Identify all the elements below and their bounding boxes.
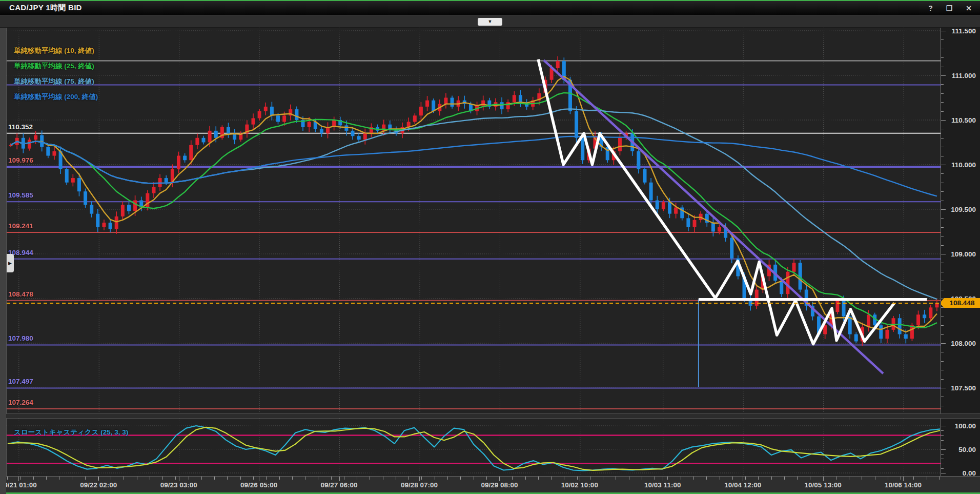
axis-tick xyxy=(941,75,946,76)
legend-item-sma-10: 単純移動平均線 (10, 終値) xyxy=(14,43,98,58)
axis-tick xyxy=(941,352,944,352)
price-chart-panel[interactable]: 単純移動平均線 (10, 終値)単純移動平均線 (25, 終値)単純移動平均線 … xyxy=(6,28,941,413)
axis-tick xyxy=(941,31,946,31)
axis-tick xyxy=(941,84,944,85)
stochastic-axis[interactable]: 100.0050.000.00 xyxy=(941,419,980,476)
stochastic-axis-label: 100.00 xyxy=(955,422,976,430)
time-tick xyxy=(253,477,254,480)
title-bar[interactable]: CAD/JPY 1時間 BID ? ❐ ✕ xyxy=(0,0,980,15)
panel-expand-handle[interactable]: ▶ xyxy=(6,254,14,272)
time-tick xyxy=(175,477,176,480)
time-tick xyxy=(85,477,86,480)
chart-window: CAD/JPY 1時間 BID ? ❐ ✕ ▼ 単純移動平均線 (10, 終値)… xyxy=(0,0,980,494)
time-axis-label: 09/28 07:00 xyxy=(401,481,438,489)
time-tick xyxy=(486,477,487,480)
time-tick xyxy=(667,477,668,480)
time-tick xyxy=(318,477,318,480)
time-tick xyxy=(758,477,759,480)
toolbar-strip: ▼ xyxy=(0,15,980,28)
axis-corner xyxy=(941,476,980,494)
time-tick xyxy=(474,477,474,480)
toolbar-collapse-button[interactable]: ▼ xyxy=(478,18,502,26)
time-tick xyxy=(137,477,137,480)
time-tick xyxy=(20,477,21,480)
time-tick xyxy=(240,477,241,480)
time-tick xyxy=(7,477,8,480)
axis-tick xyxy=(941,93,944,94)
time-tick-major xyxy=(18,477,19,481)
price-line-label: 109.241 xyxy=(8,222,33,230)
time-tick-major xyxy=(499,477,500,481)
price-axis-label: 110.000 xyxy=(951,161,976,168)
axis-tick xyxy=(941,473,946,473)
price-line-label: 109.585 xyxy=(8,191,33,199)
legend-item-sma-200: 単純移動平均線 (200, 終値) xyxy=(14,89,98,105)
axis-tick xyxy=(941,245,944,246)
time-tick-major xyxy=(580,477,580,481)
axis-tick xyxy=(941,102,944,103)
time-axis-label: 10/03 11:00 xyxy=(644,481,681,489)
axis-tick xyxy=(941,379,944,380)
time-tick xyxy=(409,477,409,480)
time-tick xyxy=(681,477,681,480)
axis-tick xyxy=(941,430,944,431)
time-tick xyxy=(370,477,370,480)
price-axis[interactable]: 111.500111.000110.500110.000109.500109.0… xyxy=(941,28,980,413)
axis-tick xyxy=(941,334,944,335)
axis-tick xyxy=(941,165,946,165)
time-tick xyxy=(279,477,280,480)
time-tick xyxy=(150,477,150,480)
axis-tick xyxy=(941,397,944,397)
trendline-drawing xyxy=(544,60,883,373)
time-tick-major xyxy=(259,477,259,481)
time-tick xyxy=(629,477,629,480)
axis-tick xyxy=(941,370,944,370)
current-price-badge: 108.448 xyxy=(944,298,980,308)
time-axis[interactable]: 09/21 01:0009/22 02:0009/23 03:0009/26 0… xyxy=(6,476,941,494)
axis-tick xyxy=(941,445,944,445)
axis-tick xyxy=(941,156,944,156)
axis-tick xyxy=(941,227,944,228)
panel-splitter[interactable] xyxy=(6,413,980,419)
maximize-icon[interactable]: ❐ xyxy=(946,5,953,12)
time-tick xyxy=(305,477,305,480)
time-tick xyxy=(201,477,202,480)
time-tick xyxy=(862,477,862,480)
time-tick-major xyxy=(903,477,904,481)
time-tick xyxy=(693,477,694,480)
legend-item-sma-75: 単純移動平均線 (75, 終値) xyxy=(14,74,98,89)
time-tick xyxy=(655,477,655,480)
time-tick xyxy=(913,477,914,480)
close-icon[interactable]: ✕ xyxy=(966,5,972,12)
time-tick xyxy=(292,477,293,480)
stochastic-panel[interactable]: スローストキャスティクス (25, 3, 3) xyxy=(6,419,941,476)
time-axis-label: 09/26 05:00 xyxy=(240,481,277,489)
time-tick xyxy=(111,477,111,480)
time-tick xyxy=(940,477,940,480)
time-axis-label: 10/06 14:00 xyxy=(885,481,922,489)
left-gutter xyxy=(0,28,6,494)
stochastic-axis-label: 0.00 xyxy=(963,469,976,477)
axis-tick xyxy=(941,388,946,388)
time-tick xyxy=(901,477,901,480)
axis-tick xyxy=(941,426,946,426)
time-tick xyxy=(771,477,772,480)
time-tick xyxy=(435,477,435,480)
time-tick xyxy=(810,477,810,480)
time-tick xyxy=(784,477,785,480)
price-axis-label: 108.000 xyxy=(951,339,976,347)
time-tick xyxy=(72,477,72,480)
time-tick xyxy=(162,477,163,480)
stochastic-axis-label: 50.00 xyxy=(958,446,976,453)
legend-item-sma-25: 単純移動平均線 (25, 終値) xyxy=(14,58,98,74)
time-axis-label: 10/05 13:00 xyxy=(805,481,842,489)
time-tick xyxy=(642,477,642,480)
time-axis-label: 10/04 12:00 xyxy=(724,481,761,489)
time-tick xyxy=(551,477,552,480)
time-tick xyxy=(512,477,513,480)
time-tick-major xyxy=(663,477,663,481)
help-icon[interactable]: ? xyxy=(928,5,933,12)
time-axis-label: 09/23 03:00 xyxy=(160,481,197,489)
axis-tick xyxy=(941,272,944,272)
time-tick xyxy=(189,477,189,480)
